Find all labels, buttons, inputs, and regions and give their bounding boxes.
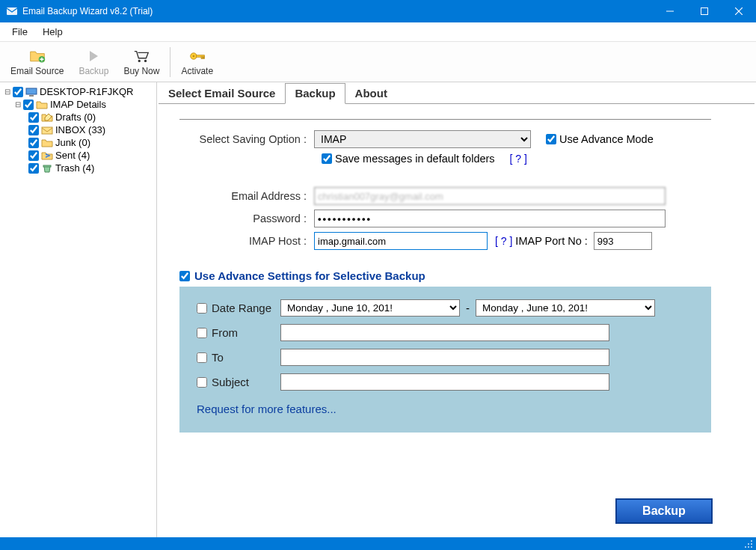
- svg-rect-14: [29, 95, 34, 97]
- from-label: From: [212, 326, 238, 339]
- tree-checkbox[interactable]: [13, 87, 23, 97]
- email-label: Email Address :: [179, 190, 314, 202]
- imap-host-input[interactable]: [314, 232, 488, 250]
- tab-select-email-source[interactable]: Select Email Source: [159, 83, 285, 104]
- saving-option-select[interactable]: IMAP: [314, 130, 531, 148]
- advanced-settings-header: Use Advance Settings for Selective Backu…: [179, 269, 711, 282]
- imap-port-input[interactable]: [594, 232, 652, 250]
- subject-label: Subject: [212, 376, 249, 388]
- save-default-row: Save messages in default folders [ ? ]: [322, 153, 711, 165]
- imap-host-label: IMAP Host :: [179, 235, 314, 247]
- sent-icon: [41, 150, 53, 161]
- advance-mode-cb[interactable]: [546, 134, 556, 144]
- collapse-icon[interactable]: ⊟: [13, 100, 22, 109]
- tree-folder-trash[interactable]: Trash (4): [0, 162, 156, 174]
- junk-icon: [41, 138, 53, 148]
- folder-tree[interactable]: ⊟ DESKTOP-R1FJKQR ⊟ IMAP Details Drafts …: [0, 82, 157, 537]
- buy-now-button[interactable]: Buy Now: [116, 43, 167, 81]
- to-cb[interactable]: [197, 352, 207, 363]
- dash: -: [466, 302, 470, 314]
- use-advance-mode-checkbox[interactable]: Use Advance Mode: [546, 133, 654, 145]
- subject-cb[interactable]: [197, 377, 207, 388]
- password-label: Password :: [179, 213, 314, 224]
- menu-help[interactable]: Help: [35, 25, 70, 39]
- computer-icon: [25, 87, 37, 97]
- close-button[interactable]: [722, 0, 756, 22]
- advanced-settings-cb[interactable]: [179, 271, 190, 281]
- toolbar-label: Backup: [79, 66, 108, 76]
- window-buttons: [653, 0, 756, 22]
- email-row: Email Address :: [179, 187, 711, 205]
- date-from-select[interactable]: Monday , June 10, 201!: [280, 299, 460, 317]
- tab-about[interactable]: About: [345, 83, 397, 104]
- password-input[interactable]: [314, 210, 666, 227]
- svg-point-7: [144, 59, 147, 61]
- inbox-icon: [41, 125, 53, 135]
- help-link[interactable]: [ ? ]: [495, 235, 512, 247]
- imap-port-label: IMAP Port No :: [515, 235, 587, 247]
- date-range-cb[interactable]: [197, 303, 207, 314]
- svg-point-21: [748, 546, 749, 548]
- toolbar-label: Email Source: [10, 66, 64, 76]
- request-features-link[interactable]: Request for more features...: [197, 403, 336, 415]
- svg-rect-13: [26, 88, 37, 94]
- backup-panel: Select Saving Option : IMAP Use Advance …: [157, 104, 756, 537]
- tree-label: Drafts (0): [55, 111, 96, 123]
- svg-rect-15: [42, 127, 52, 134]
- save-default-cb[interactable]: [322, 153, 332, 164]
- svg-point-6: [138, 59, 141, 61]
- svg-point-9: [192, 55, 194, 57]
- minimize-button[interactable]: [653, 0, 687, 22]
- tree-folder-drafts[interactable]: Drafts (0): [0, 111, 156, 123]
- maximize-button[interactable]: [687, 0, 722, 22]
- tree-label: IMAP Details: [50, 99, 106, 110]
- tree-checkbox[interactable]: [28, 138, 39, 148]
- subject-row: Subject: [197, 373, 695, 391]
- folder-icon: [36, 100, 48, 110]
- svg-point-20: [751, 546, 752, 548]
- menu-file[interactable]: File: [4, 25, 35, 39]
- drafts-icon: [41, 112, 53, 123]
- tree-label: DESKTOP-R1FJKQR: [40, 86, 133, 97]
- backup-button[interactable]: Backup: [615, 498, 713, 524]
- to-label: To: [212, 351, 224, 364]
- imap-host-row: IMAP Host : [ ? ] IMAP Port No :: [179, 232, 711, 250]
- tree-imap[interactable]: ⊟ IMAP Details: [0, 98, 156, 111]
- help-link[interactable]: [ ? ]: [510, 153, 527, 165]
- svg-rect-0: [7, 7, 17, 15]
- to-input[interactable]: [280, 349, 609, 366]
- tree-folder-junk[interactable]: Junk (0): [0, 136, 156, 149]
- date-to-select[interactable]: Monday , June 10, 201!: [476, 299, 655, 317]
- date-range-label: Date Range: [212, 302, 271, 314]
- svg-point-18: [751, 543, 752, 545]
- svg-point-17: [751, 540, 752, 542]
- tree-checkbox[interactable]: [28, 112, 39, 123]
- tree-checkbox[interactable]: [28, 150, 39, 161]
- tree-checkbox[interactable]: [28, 125, 39, 135]
- trash-icon: [41, 163, 53, 174]
- from-cb[interactable]: [197, 328, 207, 338]
- email-source-button[interactable]: Email Source: [3, 43, 71, 81]
- collapse-icon[interactable]: ⊟: [3, 88, 12, 97]
- activate-button[interactable]: Activate: [173, 43, 221, 81]
- window-title: Email Backup Wizard v8.2 (Trial): [22, 6, 653, 16]
- save-default-checkbox[interactable]: Save messages in default folders: [322, 153, 495, 165]
- from-input[interactable]: [280, 324, 609, 341]
- tree-folder-inbox[interactable]: INBOX (33): [0, 123, 156, 136]
- toolbar-label: Buy Now: [123, 66, 159, 76]
- backup-button-toolbar[interactable]: Backup: [71, 43, 116, 81]
- advanced-settings-label: Use Advance Settings for Selective Backu…: [194, 269, 425, 282]
- tree-checkbox[interactable]: [28, 163, 39, 174]
- subject-input[interactable]: [280, 373, 609, 391]
- tree-checkbox[interactable]: [23, 100, 34, 110]
- toolbar-label: Activate: [181, 66, 213, 76]
- tree-folder-sent[interactable]: Sent (4): [0, 149, 156, 162]
- tree-label: Junk (0): [55, 137, 90, 148]
- email-input[interactable]: [314, 187, 666, 205]
- svg-point-19: [748, 543, 749, 545]
- resize-grip-icon[interactable]: [743, 539, 754, 549]
- tab-backup[interactable]: Backup: [285, 83, 345, 104]
- advance-mode-label: Use Advance Mode: [559, 133, 654, 145]
- tree-label: Sent (4): [55, 150, 90, 161]
- tree-root[interactable]: ⊟ DESKTOP-R1FJKQR: [0, 85, 156, 98]
